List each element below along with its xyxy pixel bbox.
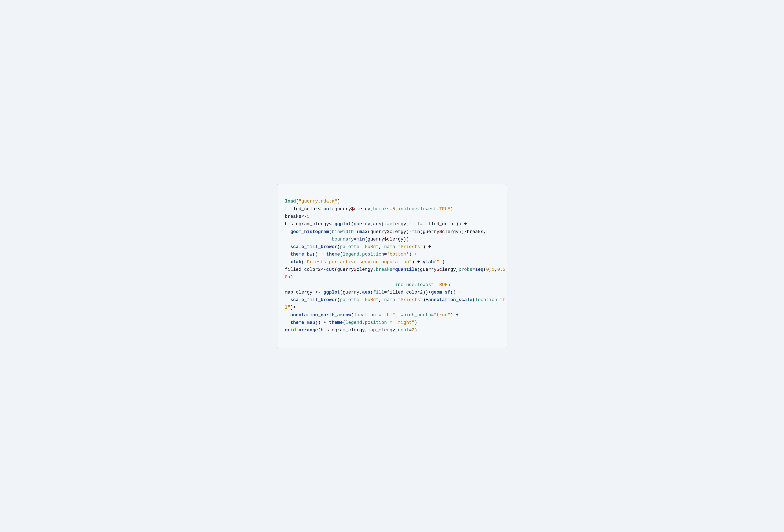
code-block: load("guerry.rdata") filled_color<-cut(g… bbox=[285, 190, 499, 342]
line-1: load("guerry.rdata") bbox=[285, 199, 340, 204]
line-6: boundary=min(guerry$clergy)) + bbox=[285, 237, 415, 242]
line-2: filled_color<-cut(guerry$clergy,breaks=5… bbox=[285, 206, 453, 212]
line-7: scale_fill_brewer(palette="PuRd", name="… bbox=[285, 244, 431, 249]
line-12: include.lowest=TRUE) bbox=[285, 282, 450, 288]
line-17: theme_map() + theme(legend.position = "r… bbox=[285, 320, 417, 325]
line-11: 0)), bbox=[285, 274, 296, 280]
line-16: annotation_north_arrow(location = "bl", … bbox=[285, 313, 459, 318]
line-14: scale_fill_brewer(palette="PuRd", name="… bbox=[285, 297, 506, 302]
line-4: histogram_clergy<-ggplot(guerry,aes(x=cl… bbox=[285, 221, 467, 227]
line-18: grid.arrange(histogram_clergy,map_clergy… bbox=[285, 328, 417, 333]
line-5: geom_histogram(binwidth=(max(guerry$cler… bbox=[285, 229, 486, 234]
line-3: breaks<-5 bbox=[285, 214, 310, 219]
line-15: l")+ bbox=[285, 305, 296, 310]
line-13: map_clergy <- ggplot(guerry,aes(fill=fil… bbox=[285, 290, 461, 295]
line-10: filled_color2<-cut(guerry$clergy,breaks=… bbox=[285, 267, 506, 272]
line-9: xlab("Priests per active service populat… bbox=[285, 260, 445, 265]
line-8: theme_bw() + theme(legend.position='bott… bbox=[285, 252, 417, 257]
code-container: load("guerry.rdata") filled_color<-cut(g… bbox=[277, 184, 507, 348]
